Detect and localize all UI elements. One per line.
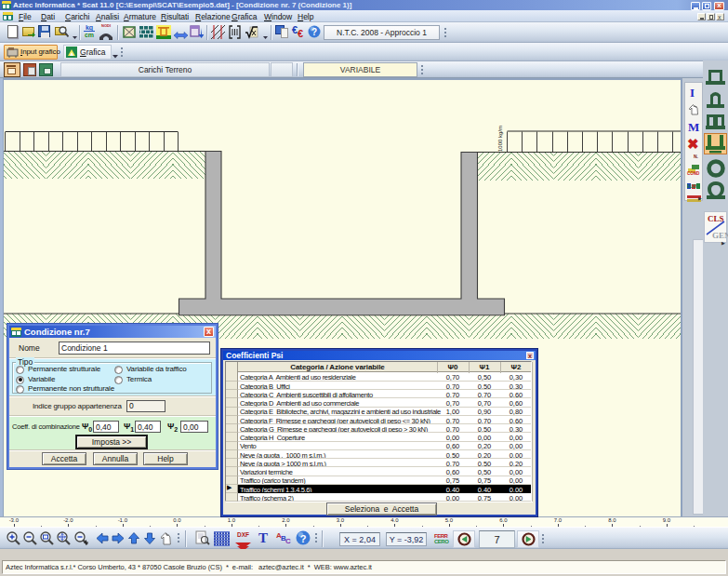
svg-text:1000 kg/m: 1000 kg/m [497, 126, 503, 152]
svg-text:?: ? [311, 27, 317, 37]
svg-text:?: ? [300, 533, 307, 544]
